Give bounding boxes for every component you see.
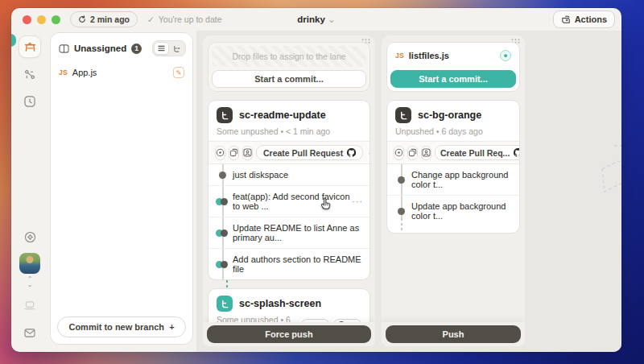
create-pull-request-button[interactable]: Create Pull Request xyxy=(256,145,363,160)
commit-list: just diskspace feat(app): Add second fav… xyxy=(208,164,369,279)
feedback-button[interactable] xyxy=(19,321,41,344)
commit-to-new-branch-button[interactable]: Commit to new branch + xyxy=(57,316,186,337)
unassigned-panel: Unassigned 1 JS App.js ✎ Commit to new b… xyxy=(50,32,193,345)
edit-icon[interactable]: ✎ xyxy=(173,67,184,78)
traffic-lights xyxy=(23,15,60,24)
mail-icon xyxy=(24,329,35,337)
commit-row[interactable]: Add authors section to README file xyxy=(208,248,369,279)
titlebar: 2 min ago ✓ You're up to date drinky ⌄ A… xyxy=(11,8,621,31)
github-icon xyxy=(514,148,520,157)
workspace-tab-button[interactable] xyxy=(19,35,41,58)
github-icon xyxy=(347,148,356,157)
file-name: App.js xyxy=(72,68,97,77)
lane-body: Drop files to assign to the lane Start a… xyxy=(203,35,375,322)
branch-card-sc-bg-orange: sc-bg-orange Unpushed • 6 days ago xyxy=(386,100,520,234)
devices-button[interactable] xyxy=(19,294,41,316)
clock-icon xyxy=(24,96,35,107)
app-window: 2 min ago ✓ You're up to date drinky ⌄ A… xyxy=(11,8,621,352)
pushed-commit-dot xyxy=(216,198,229,205)
start-commit-button[interactable]: Start a commit... xyxy=(212,70,366,88)
start-commit-button[interactable]: Start a commit... xyxy=(390,70,516,88)
branch-card-sc-splash-screen: sc-splash-screen Some unpushed • 6 days … xyxy=(208,288,370,322)
review-eye-icon[interactable] xyxy=(215,146,225,160)
branch-card-sc-readme-update: sc-readme-update Some unpushed • < 1 min… xyxy=(208,100,370,280)
copy-branch-icon[interactable] xyxy=(229,146,239,160)
author-card-icon[interactable] xyxy=(421,146,431,160)
history-tab-button[interactable] xyxy=(19,90,41,113)
actions-icon xyxy=(561,15,571,24)
file-dropzone[interactable]: Drop files to assign to the lane xyxy=(212,46,366,67)
check-icon: ✓ xyxy=(147,14,155,24)
zoom-window-button[interactable] xyxy=(52,15,60,24)
account-switcher[interactable]: ⌃ ⌄ xyxy=(27,276,33,287)
view-mode-toggle xyxy=(152,40,186,56)
actions-label: Actions xyxy=(575,14,607,24)
commit-row[interactable]: Update app background color t... xyxy=(387,195,519,226)
pushed-commit-dot xyxy=(216,261,229,268)
commit-message: feat(app): Add second favicon to web ... xyxy=(233,192,352,211)
workspace-canvas: Drop files to assign to the lane Start a… xyxy=(196,31,621,352)
sync-time-label: 2 min ago xyxy=(90,14,130,24)
virtual-branch-icon xyxy=(217,296,233,312)
commit-row[interactable]: feat(app): Add second favicon to web ...… xyxy=(208,185,369,217)
laptop-icon xyxy=(24,301,35,310)
branch-header[interactable]: sc-bg-orange Unpushed • 6 days ago xyxy=(387,101,519,141)
user-avatar[interactable] xyxy=(19,253,40,274)
force-push-button[interactable]: Force push xyxy=(207,325,371,343)
virtual-branch-icon xyxy=(217,107,233,123)
close-window-button[interactable] xyxy=(23,15,31,24)
unassigned-header: Unassigned 1 xyxy=(51,33,192,62)
js-file-icon: JS xyxy=(59,68,68,77)
sync-status: ✓ You're up to date xyxy=(147,14,222,24)
sync-button[interactable]: 2 min ago xyxy=(70,11,138,27)
chevron-down-icon: ⌄ xyxy=(27,282,33,287)
branches-tab-button[interactable] xyxy=(19,63,41,85)
branch-header[interactable]: sc-readme-update Some unpushed • < 1 min… xyxy=(208,101,369,141)
commit-line-continuation xyxy=(208,280,370,288)
commit-row[interactable]: Change app background color t... xyxy=(387,164,519,195)
actions-button[interactable]: Actions xyxy=(553,10,615,28)
branch-toolbar: Create Pull Req... ··· xyxy=(387,141,519,164)
gitbutler-workspace-icon xyxy=(24,42,36,52)
commit-row[interactable]: Update README to list Anne as primary au… xyxy=(208,217,369,248)
local-commit-dot xyxy=(398,176,405,184)
map-doodle-icon xyxy=(586,132,621,205)
minimize-window-button[interactable] xyxy=(37,15,46,24)
branch-menu-button[interactable]: ··· xyxy=(366,148,370,158)
push-button[interactable]: Push xyxy=(386,325,521,343)
lane-footer: Push xyxy=(382,322,525,346)
sync-status-label: You're up to date xyxy=(159,14,222,24)
lane-body: JS listfiles.js ● Start a commit... sc-b… xyxy=(382,35,525,322)
js-file-icon: JS xyxy=(395,52,404,60)
list-view-button[interactable] xyxy=(154,42,169,55)
tree-view-button[interactable] xyxy=(169,42,184,55)
branch-header[interactable]: sc-splash-screen Some unpushed • 6 days … xyxy=(208,289,369,322)
commit-list: Change app background color t... Update … xyxy=(387,164,519,233)
mouse-cursor xyxy=(319,196,332,210)
branches-icon xyxy=(24,69,35,80)
commit-message: Add authors section to README file xyxy=(233,254,363,274)
commit-row[interactable]: just diskspace xyxy=(208,164,369,185)
branch-meta: Unpushed • 6 days ago xyxy=(395,126,511,136)
commit-message: Change app background color t... xyxy=(411,170,513,189)
file-row-listfiles[interactable]: JS listfiles.js ● xyxy=(390,46,516,67)
empty-lane-dropzone[interactable]: Drag changes branch off your New branch xyxy=(533,35,621,346)
virtual-branch-icon xyxy=(395,107,411,123)
unassign-file-icon[interactable]: ● xyxy=(500,50,511,61)
local-commit-dot xyxy=(219,172,226,179)
author-card-icon[interactable] xyxy=(242,146,253,160)
branch-toolbar: Create Pull Request ··· xyxy=(208,141,369,164)
copy-branch-icon[interactable] xyxy=(407,146,418,160)
branch-name: sc-readme-update xyxy=(239,110,326,121)
commit-message: Update README to list Anne as primary au… xyxy=(233,223,363,242)
settings-button[interactable] xyxy=(19,225,41,248)
branch-name: sc-splash-screen xyxy=(239,298,321,309)
split-view-icon xyxy=(59,44,69,53)
commit-menu-button[interactable]: ··· xyxy=(352,196,363,206)
commit-message: Update app background color t... xyxy=(411,201,513,221)
branch-meta: Some unpushed • 6 days ago • BR PR xyxy=(217,315,361,322)
create-pull-request-button[interactable]: Create Pull Req... xyxy=(435,145,520,160)
file-row-appjs[interactable]: JS App.js ✎ xyxy=(51,62,192,83)
review-eye-icon[interactable] xyxy=(394,146,404,160)
file-name: listfiles.js xyxy=(409,51,449,60)
